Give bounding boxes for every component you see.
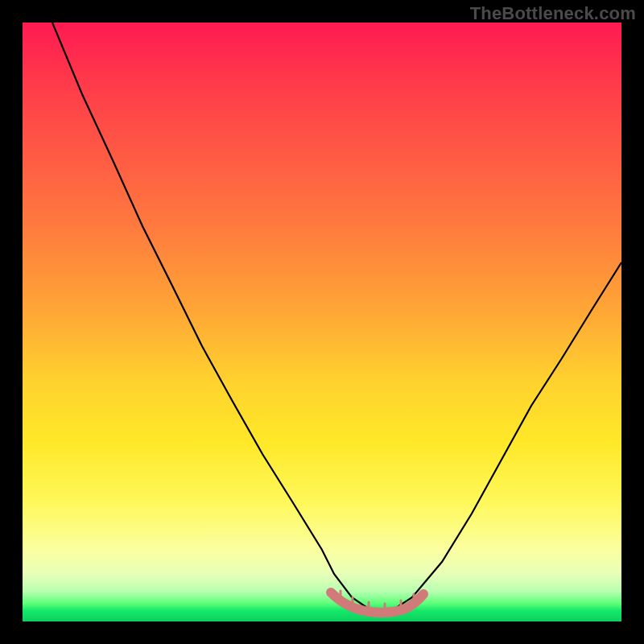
bottleneck-curve	[52, 23, 621, 613]
plot-area	[23, 23, 621, 621]
chart-frame: TheBottleneck.com	[0, 0, 644, 644]
min-highlight-ticks	[341, 591, 414, 613]
attribution-label: TheBottleneck.com	[470, 3, 636, 24]
min-highlight	[331, 592, 423, 613]
curve-overlay	[23, 23, 621, 621]
